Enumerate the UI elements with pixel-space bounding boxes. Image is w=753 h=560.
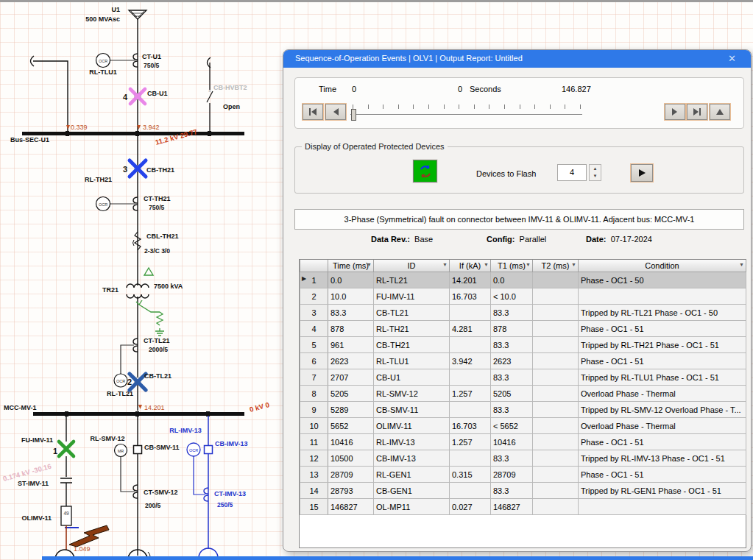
bottom-scrollbar[interactable] xyxy=(42,556,753,560)
t1-cell[interactable]: 10416 xyxy=(491,434,533,450)
t1-cell[interactable]: 83.3 xyxy=(491,305,533,321)
t1-cell[interactable]: 878 xyxy=(491,321,533,337)
row-number-cell[interactable]: ▶1 xyxy=(300,272,328,288)
condition-cell[interactable]: Overload Phase - Thermal xyxy=(579,386,746,402)
t2-cell[interactable] xyxy=(533,483,579,499)
device-id-cell[interactable]: RL-TH21 xyxy=(374,321,450,337)
event-row[interactable]: ▶1 0.0 RL-TL21 14.201 0.0 Phase - OC1 - … xyxy=(300,272,746,288)
col-if[interactable]: If (kA)▼ xyxy=(450,260,491,272)
condition-cell[interactable]: Phase - OC1 - 50 xyxy=(579,272,746,288)
time-cell[interactable]: 2707 xyxy=(328,369,374,386)
flash-devices-button[interactable] xyxy=(413,160,437,182)
time-cell[interactable]: 10500 xyxy=(328,450,374,467)
condition-cell[interactable] xyxy=(579,288,746,305)
device-id-cell[interactable]: CB-TL21 xyxy=(374,305,450,321)
device-id-cell[interactable]: CB-SMV-11 xyxy=(374,402,450,418)
time-cell[interactable]: 878 xyxy=(328,321,374,337)
event-row[interactable]: 7 2707 CB-U1 83.3 Tripped by RL-TLU1 Pha… xyxy=(300,369,746,386)
breaker-cb-smv11[interactable] xyxy=(134,446,142,454)
row-number-cell[interactable]: 2 xyxy=(300,288,328,305)
col-id[interactable]: ID▼ xyxy=(374,260,450,272)
t2-cell[interactable] xyxy=(533,434,579,450)
time-cell[interactable]: 10416 xyxy=(328,434,374,450)
time-slider-track[interactable] xyxy=(350,114,582,116)
condition-cell[interactable]: Tripped by RL-TLU1 Phase - OC1 - 51 xyxy=(579,369,746,386)
event-row[interactable]: 6 2623 RL-TLU1 3.942 2623 Phase - OC1 - … xyxy=(300,353,746,369)
time-cell[interactable]: 28793 xyxy=(328,483,374,499)
event-row[interactable]: 2 10.0 FU-IMV-11 16.703 < 10.0 xyxy=(300,288,746,305)
left-feeder[interactable] xyxy=(31,56,68,132)
t2-cell[interactable] xyxy=(533,272,579,288)
event-row[interactable]: 12 10500 CB-IMV-13 83.3 Tripped by RL-IM… xyxy=(300,450,746,467)
row-number-cell[interactable]: 4 xyxy=(300,321,328,337)
fault-current-cell[interactable] xyxy=(450,305,491,321)
filter-arrow-icon[interactable]: ▼ xyxy=(571,262,576,267)
t2-cell[interactable] xyxy=(533,353,579,369)
close-icon[interactable]: ✕ xyxy=(728,53,736,64)
t1-cell[interactable]: 83.3 xyxy=(491,483,533,499)
filter-arrow-icon[interactable]: ▼ xyxy=(484,262,489,267)
event-row[interactable]: 14 28793 CB-GEN1 83.3 Tripped by RL-GEN1… xyxy=(300,483,746,499)
overload-olimv11[interactable] xyxy=(61,506,71,525)
t1-cell[interactable]: 146827 xyxy=(491,499,533,515)
device-id-cell[interactable]: CB-TH21 xyxy=(374,337,450,353)
fault-current-cell[interactable]: 16.703 xyxy=(450,418,491,434)
time-slider-thumb[interactable] xyxy=(351,109,356,121)
row-number-cell[interactable]: 12 xyxy=(300,450,328,467)
filter-arrow-icon[interactable]: ▼ xyxy=(367,262,372,267)
device-id-cell[interactable]: RL-GEN1 xyxy=(374,467,450,483)
device-id-cell[interactable]: RL-SMV-12 xyxy=(374,386,450,402)
fault-current-cell[interactable]: 4.281 xyxy=(450,321,491,337)
go-last-button[interactable] xyxy=(687,104,707,120)
spinner-up-icon[interactable]: ▲ xyxy=(593,167,598,171)
t2-cell[interactable] xyxy=(533,386,579,402)
t1-cell[interactable]: 83.3 xyxy=(491,402,533,418)
time-cell[interactable]: 5289 xyxy=(328,402,374,418)
row-number-cell[interactable]: 11 xyxy=(300,434,328,450)
t1-cell[interactable]: < 5652 xyxy=(491,418,533,434)
fault-current-cell[interactable]: 14.201 xyxy=(450,272,491,288)
device-id-cell[interactable]: FU-IMV-11 xyxy=(374,288,450,305)
fault-current-cell[interactable]: 3.942 xyxy=(450,353,491,369)
event-row[interactable]: 13 28709 RL-GEN1 0.315 28709 Phase - OC1… xyxy=(300,467,746,483)
t2-cell[interactable] xyxy=(533,321,579,337)
row-number-cell[interactable]: 3 xyxy=(300,305,328,321)
t1-cell[interactable]: < 10.0 xyxy=(491,288,533,305)
col-t1[interactable]: T1 (ms)▼ xyxy=(491,260,533,272)
t2-cell[interactable] xyxy=(533,288,579,305)
condition-cell[interactable]: Tripped by RL-IMV-13 Phase - OC1 - 51 xyxy=(579,450,746,467)
t1-cell[interactable]: 83.3 xyxy=(491,369,533,386)
t2-cell[interactable] xyxy=(533,369,579,386)
time-cell[interactable]: 5652 xyxy=(328,418,374,434)
condition-cell[interactable]: Tripped by RL-TH21 Phase - OC1 - 51 xyxy=(579,337,746,353)
event-row[interactable]: 11 10416 RL-IMV-13 1.257 10416 Phase - O… xyxy=(300,434,746,450)
breaker-cb-imv13[interactable] xyxy=(205,446,213,454)
fault-current-cell[interactable]: 0.027 xyxy=(450,499,491,515)
row-number-cell[interactable]: 8 xyxy=(300,386,328,402)
t2-cell[interactable] xyxy=(533,450,579,467)
t1-cell[interactable]: 0.0 xyxy=(491,272,533,288)
event-row[interactable]: 8 5205 RL-SMV-12 1.257 5205 Overload Pha… xyxy=(300,386,746,402)
condition-cell[interactable]: Tripped by RL-TL21 Phase - OC1 - 50 xyxy=(579,305,746,321)
filter-arrow-icon[interactable]: ▼ xyxy=(526,262,531,267)
fault-current-cell[interactable] xyxy=(450,483,491,499)
t1-cell[interactable]: 2623 xyxy=(491,353,533,369)
time-cell[interactable]: 83.3 xyxy=(328,305,374,321)
t2-cell[interactable] xyxy=(533,305,579,321)
t2-cell[interactable] xyxy=(533,402,579,418)
event-row[interactable]: 3 83.3 CB-TL21 83.3 Tripped by RL-TL21 P… xyxy=(300,305,746,321)
fault-current-cell[interactable] xyxy=(450,369,491,386)
t1-cell[interactable]: 5205 xyxy=(491,386,533,402)
event-row[interactable]: 10 5652 OLIMV-11 16.703 < 5652 Overload … xyxy=(300,418,746,434)
event-row[interactable]: 15 146827 OL-MP11 0.027 146827 xyxy=(300,499,746,515)
spinner-down-icon[interactable]: ▼ xyxy=(593,174,598,178)
device-id-cell[interactable]: CB-U1 xyxy=(374,369,450,386)
row-number-cell[interactable]: 14 xyxy=(300,483,328,499)
time-cell[interactable]: 10.0 xyxy=(328,288,374,305)
condition-cell[interactable]: Tripped by RL-GEN1 Phase - OC1 - 51 xyxy=(579,483,746,499)
t2-cell[interactable] xyxy=(533,418,579,434)
filter-arrow-icon[interactable]: ▼ xyxy=(442,262,448,267)
condition-cell[interactable]: Phase - OC1 - 51 xyxy=(579,353,746,369)
row-number-cell[interactable]: 9 xyxy=(300,402,328,418)
device-id-cell[interactable]: CB-IMV-13 xyxy=(374,450,450,467)
